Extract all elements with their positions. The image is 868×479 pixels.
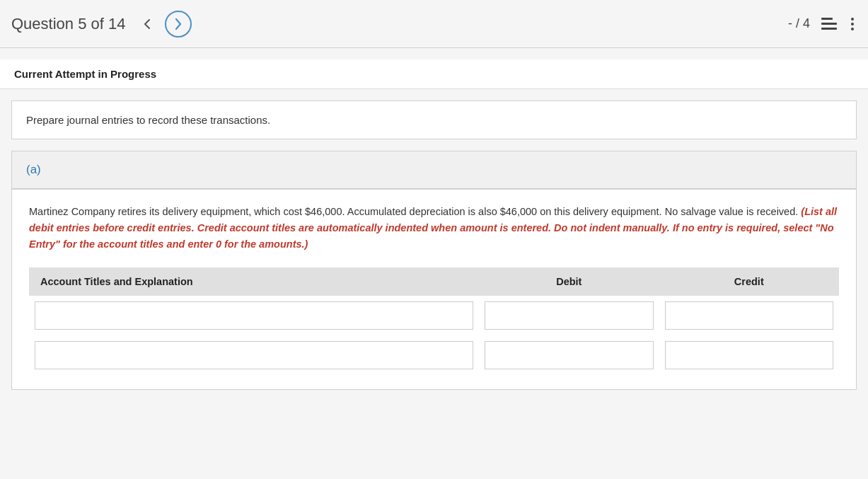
header-right: - / 4 [788,16,857,32]
next-button[interactable] [165,11,192,37]
table-row [29,335,839,375]
table-row [29,296,839,335]
credit-input-0[interactable] [665,301,833,330]
debit-input-1[interactable] [485,341,653,369]
instruction-text: Prepare journal entries to record these … [26,114,270,126]
credit-input-1[interactable] [665,341,833,369]
part-box: (a) [11,151,857,189]
score-display: - / 4 [788,16,810,31]
header-left: Question 5 of 14 [11,11,788,37]
journal-table: Account Titles and Explanation Debit Cre… [29,267,839,375]
problem-main-text: Martinez Company retires its delivery eq… [29,204,839,253]
debit-input-0[interactable] [485,301,653,330]
col-credit-header: Credit [659,267,839,296]
attempt-banner: Current Attempt in Progress [0,59,868,89]
problem-box: Martinez Company retires its delivery eq… [11,189,857,390]
col-debit-header: Debit [479,267,659,296]
list-icon[interactable] [821,18,837,30]
more-icon[interactable] [848,16,857,32]
instruction-box: Prepare journal entries to record these … [11,100,857,139]
question-title: Question 5 of 14 [11,15,125,33]
header: Question 5 of 14 - / 4 [0,0,868,48]
content-area: Current Attempt in Progress Prepare jour… [0,48,868,390]
account-input-1[interactable] [35,341,473,369]
part-label: (a) [26,163,41,176]
account-input-0[interactable] [35,301,473,330]
prev-button[interactable] [137,13,159,35]
col-account-header: Account Titles and Explanation [29,267,479,296]
